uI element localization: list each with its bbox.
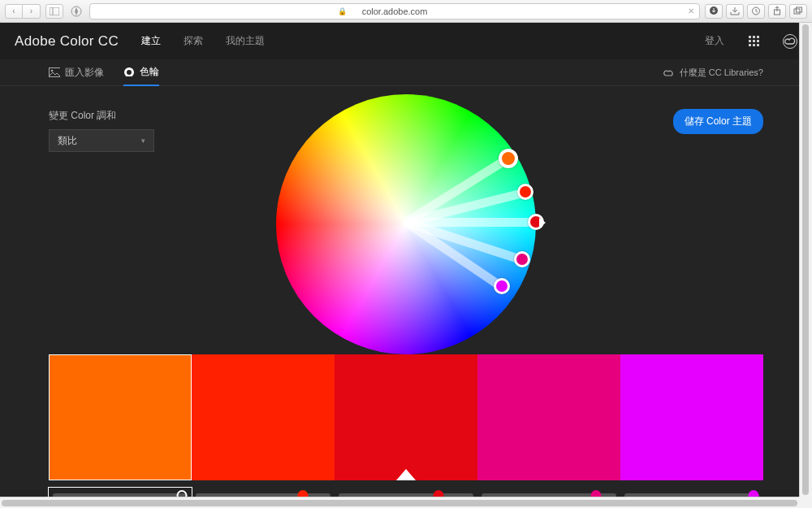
- svg-rect-17: [50, 68, 61, 77]
- color-wheel[interactable]: [276, 94, 536, 354]
- chevron-down-icon: ▾: [141, 137, 145, 145]
- svg-rect-0: [50, 7, 59, 15]
- svg-rect-12: [753, 40, 755, 42]
- save-theme-button[interactable]: 儲存 Color 主題: [673, 109, 763, 134]
- wheel-arrow-icon: [539, 218, 546, 228]
- svg-rect-11: [749, 40, 751, 42]
- brand: Adobe Color CC: [15, 33, 119, 50]
- nav-create[interactable]: 建立: [141, 34, 161, 48]
- svg-rect-6: [794, 9, 800, 14]
- back-button[interactable]: ‹: [5, 4, 23, 19]
- tab-wheel-label: 色輪: [140, 65, 159, 79]
- svg-point-18: [51, 70, 54, 72]
- tabs-button[interactable]: [789, 4, 807, 19]
- clock-icon: [751, 7, 761, 15]
- history-button[interactable]: [747, 4, 765, 19]
- swatch-0[interactable]: [49, 354, 192, 480]
- svg-rect-16: [757, 44, 759, 46]
- svg-rect-13: [757, 40, 759, 42]
- swatch-3[interactable]: [477, 354, 620, 480]
- wheel-icon: [123, 67, 135, 76]
- nav-mythemes[interactable]: 我的主題: [226, 34, 265, 48]
- nav-explore[interactable]: 探索: [184, 34, 203, 48]
- vertical-scrollbar[interactable]: [799, 23, 812, 497]
- tab-color-wheel[interactable]: 色輪: [123, 59, 159, 86]
- lock-icon: 🔒: [338, 7, 347, 15]
- svg-rect-10: [757, 36, 759, 38]
- clear-icon[interactable]: ✕: [688, 7, 694, 15]
- downloads-button[interactable]: [705, 4, 723, 19]
- forward-button[interactable]: ›: [23, 4, 41, 19]
- wheel-marker-4[interactable]: [494, 278, 510, 294]
- wheel-marker-3[interactable]: [514, 251, 530, 267]
- base-color-indicator: [396, 469, 416, 480]
- apps-grid-icon[interactable]: [747, 36, 760, 47]
- svg-rect-15: [753, 44, 755, 46]
- download-icon: [709, 7, 719, 15]
- svg-rect-7: [797, 7, 802, 12]
- svg-rect-14: [749, 44, 751, 46]
- svg-rect-8: [749, 36, 751, 38]
- swatch-4[interactable]: [620, 354, 763, 480]
- url-bar[interactable]: 🔒 color.adobe.com ✕: [89, 3, 700, 20]
- horizontal-scrollbar[interactable]: [0, 497, 799, 508]
- creative-cloud-icon[interactable]: [783, 34, 797, 49]
- harmony-value: 類比: [58, 134, 77, 148]
- save-page-button[interactable]: [726, 4, 744, 19]
- share-button[interactable]: [768, 4, 786, 19]
- url-text: color.adobe.com: [362, 7, 428, 16]
- svg-point-20: [127, 70, 132, 75]
- content: 變更 Color 調和 類比 ▾ 儲存 Color 主題: [0, 86, 812, 508]
- app-header: Adobe Color CC 建立 探索 我的主題 登入: [0, 23, 812, 59]
- share-icon: [772, 7, 782, 15]
- scroll-corner: [799, 497, 812, 508]
- image-icon: [49, 67, 60, 77]
- tabs-icon: [793, 7, 803, 15]
- cloud-icon: [663, 67, 675, 77]
- inbox-icon: [730, 7, 740, 15]
- browser-toolbar: ‹ › 🔒 color.adobe.com ✕: [0, 0, 812, 23]
- swatch-row: [49, 354, 763, 480]
- harmony-select[interactable]: 類比 ▾: [49, 129, 154, 152]
- svg-rect-9: [753, 36, 755, 38]
- compass-icon: [71, 6, 82, 17]
- tab-import-image[interactable]: 匯入影像: [49, 59, 104, 86]
- wheel-marker-1[interactable]: [517, 184, 533, 200]
- nav-back-forward: ‹ ›: [5, 4, 41, 19]
- swatch-2[interactable]: [335, 354, 477, 480]
- wheel-marker-0[interactable]: [499, 149, 518, 168]
- app-root: Adobe Color CC 建立 探索 我的主題 登入 匯入影像 色輪 什麼是…: [0, 23, 812, 508]
- sidebar-icon: [50, 7, 59, 15]
- cc-libraries-link[interactable]: 什麼是 CC Libraries?: [663, 67, 763, 79]
- login-link[interactable]: 登入: [705, 34, 724, 48]
- reader-indicator: [68, 3, 84, 20]
- sidebar-button[interactable]: [45, 4, 63, 19]
- swatch-1[interactable]: [192, 354, 335, 480]
- tab-import-label: 匯入影像: [65, 66, 104, 80]
- subnav: 匯入影像 色輪 什麼是 CC Libraries?: [0, 59, 812, 86]
